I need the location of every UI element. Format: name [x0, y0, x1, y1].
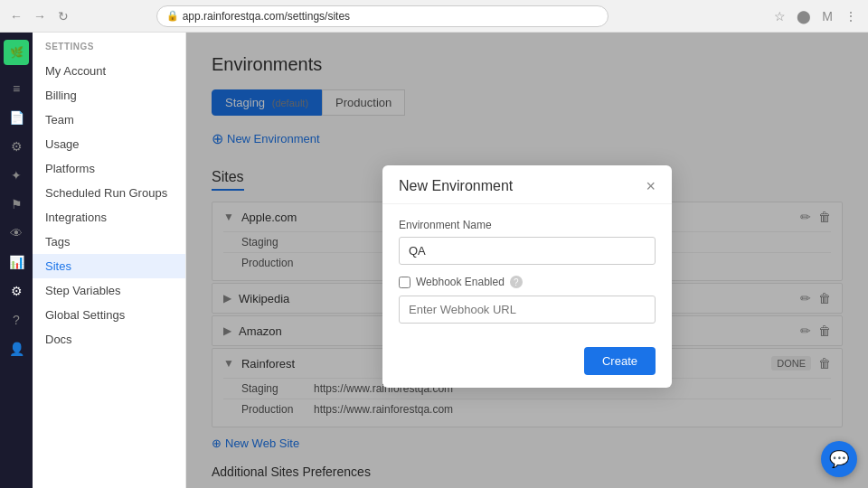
lock-icon: 🔒 [166, 10, 179, 22]
url-text: app.rainforestqa.com/settings/sites [183, 10, 350, 23]
sidebar-item-step-variables[interactable]: Step Variables [33, 278, 185, 303]
sidebar-item-label: Platforms [45, 162, 95, 175]
modal-header: New Environment × [382, 165, 672, 204]
webhook-enabled-checkbox[interactable] [399, 277, 410, 288]
nav-icon-gear[interactable]: ⚙ [4, 278, 29, 304]
main-content: Environments Staging (default) Productio… [186, 33, 868, 488]
create-button[interactable]: Create [584, 347, 656, 375]
browser-chrome: ← → ↻ 🔒 app.rainforestqa.com/settings/si… [0, 0, 868, 33]
sidebar-item-label: Scheduled Run Groups [45, 186, 167, 200]
nav-icon-flag[interactable]: ⚑ [4, 192, 29, 217]
nav-icon-avatar[interactable]: 👤 [4, 336, 29, 361]
sidebar-item-my-account[interactable]: My Account [33, 59, 185, 83]
sidebar-header: SETTINGS [33, 33, 185, 59]
sidebar-item-sites[interactable]: Sites [33, 254, 185, 278]
forward-button[interactable]: → [31, 7, 49, 25]
nav-icon-home[interactable]: ≡ [4, 76, 29, 101]
menu-icon[interactable]: ⋮ [841, 6, 861, 26]
modal-title: New Environment [399, 178, 513, 194]
profile-icon[interactable]: ⬤ [794, 6, 814, 26]
sidebar-item-label: Billing [45, 89, 77, 102]
webhook-row: Webhook Enabled ? [399, 276, 656, 288]
sidebar-item-label: Tags [45, 235, 70, 249]
sidebar-item-label: Global Settings [45, 308, 125, 322]
nav-icon-settings[interactable]: ⚙ [4, 134, 29, 159]
sidebar-item-label: Sites [45, 259, 71, 273]
bookmark-icon[interactable]: ☆ [770, 6, 790, 26]
modal-close-button[interactable]: × [646, 178, 656, 194]
modal-footer: Create [382, 338, 672, 388]
refresh-button[interactable]: ↻ [54, 7, 72, 25]
browser-actions: ☆ ⬤ M ⋮ [770, 6, 861, 26]
extension-icon[interactable]: M [817, 6, 837, 26]
nav-icon-chart[interactable]: 📊 [4, 249, 29, 275]
nav-icon-eye[interactable]: 👁 [4, 221, 29, 246]
address-bar[interactable]: 🔒 app.rainforestqa.com/settings/sites [156, 5, 609, 27]
webhook-label: Webhook Enabled [416, 276, 505, 288]
sidebar-item-label: My Account [45, 64, 106, 78]
sidebar-item-label: Integrations [45, 211, 107, 224]
app-logo[interactable]: 🌿 [4, 40, 29, 65]
sidebar-item-docs[interactable]: Docs [33, 327, 185, 352]
env-name-label: Environment Name [399, 219, 656, 231]
sidebar-item-integrations[interactable]: Integrations [33, 205, 185, 230]
nav-icon-integrations[interactable]: ✦ [4, 163, 29, 188]
sidebar-item-billing[interactable]: Billing [33, 83, 185, 108]
sidebar-item-label: Team [45, 113, 74, 127]
sidebar-item-team[interactable]: Team [33, 108, 185, 132]
sidebar: SETTINGS My Account Billing Team Usage P… [33, 33, 186, 488]
modal-overlay[interactable]: New Environment × Environment Name Webho… [186, 33, 868, 488]
new-environment-modal: New Environment × Environment Name Webho… [382, 165, 672, 388]
sidebar-item-label: Usage [45, 137, 80, 151]
sidebar-item-tags[interactable]: Tags [33, 230, 185, 254]
back-button[interactable]: ← [7, 7, 25, 25]
chat-bubble[interactable]: 💬 [821, 441, 857, 477]
sidebar-item-usage[interactable]: Usage [33, 132, 185, 156]
sidebar-item-scheduled-run-groups[interactable]: Scheduled Run Groups [33, 181, 185, 205]
webhook-url-input[interactable] [399, 296, 656, 324]
modal-body: Environment Name Webhook Enabled ? [382, 204, 672, 338]
nav-icon-help[interactable]: ? [4, 307, 29, 333]
sidebar-item-label: Docs [45, 333, 72, 346]
sidebar-item-global-settings[interactable]: Global Settings [33, 303, 185, 327]
sidebar-item-label: Step Variables [45, 284, 121, 297]
icon-rail: 🌿 ≡ 📄 ⚙ ✦ ⚑ 👁 📊 ⚙ ? 👤 [0, 33, 33, 488]
webhook-help-icon[interactable]: ? [510, 276, 523, 288]
sidebar-item-platforms[interactable]: Platforms [33, 156, 185, 181]
env-name-input[interactable] [399, 237, 656, 265]
nav-icon-docs[interactable]: 📄 [4, 105, 29, 130]
